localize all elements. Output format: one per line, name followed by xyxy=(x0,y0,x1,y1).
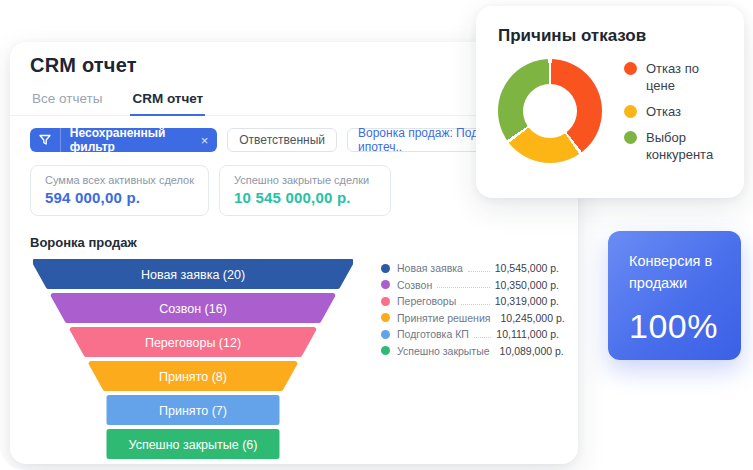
stat-closed-deals-sum: Успешно закрытые сделки 10 545 000,00 р. xyxy=(219,165,391,216)
refusal-donut-area: Отказ по цене Отказ Выбор конкурента xyxy=(498,59,722,163)
legend-label: Принятие решения xyxy=(397,312,490,324)
legend-dot xyxy=(381,264,390,273)
legend-label: Отказ по цене xyxy=(646,60,722,94)
filter-chip-unsaved[interactable]: Несохраненный фильтр × xyxy=(30,128,217,152)
legend-leader xyxy=(468,271,490,272)
legend-label: Успешно закрытые xyxy=(397,345,490,357)
funnel-stage-label: Успешно закрытые (6) xyxy=(129,438,258,452)
tab-crm-report[interactable]: CRM отчет xyxy=(130,85,205,116)
legend-value: 10,245,000 р. xyxy=(500,312,564,324)
refusal-reasons-card: Причины отказов Отказ по цене Отказ Выбо… xyxy=(476,6,744,198)
funnel-legend: Новая заявка 10,545,000 р. Созвон 10,350… xyxy=(381,260,559,459)
legend-label: Новая заявка xyxy=(397,262,463,274)
legend-dot xyxy=(624,62,637,75)
legend-dot xyxy=(381,297,390,306)
funnel-section-title: Воронка продаж xyxy=(30,235,558,250)
legend-label: Отказ xyxy=(646,103,681,120)
donut-legend-item: Выбор конкурента xyxy=(624,129,722,163)
filter-chip-label: Несохраненный фильтр xyxy=(61,126,199,154)
legend-label: Переговоры xyxy=(397,295,456,307)
donut-legend: Отказ по цене Отказ Выбор конкурента xyxy=(624,60,722,163)
legend-value: 10,089,000 р. xyxy=(500,345,564,357)
filter-funnel-icon xyxy=(30,128,60,152)
funnel-legend-item: Новая заявка 10,545,000 р. xyxy=(381,260,559,277)
legend-value: 10,111,000 р. xyxy=(496,328,559,340)
legend-value: 10,350,000 р. xyxy=(495,279,559,291)
stat-label: Успешно закрытые сделки xyxy=(234,174,376,186)
refusal-donut-chart[interactable] xyxy=(498,59,602,163)
stat-active-deals-sum: Сумма всех активных сделок 594 000,00 р. xyxy=(30,165,209,216)
funnel-stage-label: Переговоры (12) xyxy=(145,336,241,350)
legend-leader xyxy=(461,304,490,305)
stat-label: Сумма всех активных сделок xyxy=(45,174,194,186)
conversion-value: 100% xyxy=(629,307,720,346)
funnel-stage-label: Принято (8) xyxy=(159,370,227,384)
legend-leader xyxy=(474,337,491,338)
legend-dot xyxy=(381,346,390,355)
funnel-stage-label: Новая заявка (20) xyxy=(141,268,245,282)
stat-value: 594 000,00 р. xyxy=(45,189,194,206)
funnel-stage-label: Созвон (16) xyxy=(159,302,227,316)
funnel-legend-item: Успешно закрытые 10,089,000 р. xyxy=(381,343,559,360)
conversion-title: Конверсия в продажи xyxy=(629,250,720,294)
crm-dashboard: CRM отчет Все отчеты CRM отчет Несохране… xyxy=(0,0,753,470)
legend-value: 10,319,000 р. xyxy=(495,295,559,307)
legend-dot xyxy=(381,330,390,339)
funnel-stage-label: Принято (7) xyxy=(159,404,227,418)
legend-label: Выбор конкурента xyxy=(646,129,722,163)
funnel-legend-item: Созвон 10,350,000 р. xyxy=(381,277,559,294)
filter-chip-label: Ответственный xyxy=(239,133,325,147)
donut-legend-item: Отказ xyxy=(624,103,722,120)
funnel-legend-item: Переговоры 10,319,000 р. xyxy=(381,293,559,310)
funnel-legend-item: Подготовка КП 10,111,000 р. xyxy=(381,326,559,343)
legend-value: 10,545,000 р. xyxy=(495,262,559,274)
funnel-legend-item: Принятие решения 10,245,000 р. xyxy=(381,310,559,327)
legend-label: Подготовка КП xyxy=(397,328,469,340)
legend-dot xyxy=(381,280,390,289)
legend-dot xyxy=(381,313,390,322)
conversion-card: Конверсия в продажи 100% xyxy=(608,231,741,360)
remove-filter-icon[interactable]: × xyxy=(199,133,218,148)
stat-value: 10 545 000,00 р. xyxy=(234,189,376,206)
legend-label: Созвон xyxy=(397,279,432,291)
donut-legend-item: Отказ по цене xyxy=(624,60,722,94)
legend-dot xyxy=(624,131,637,144)
sales-funnel-chart: Новая заявка (20) Созвон (16) Переговоры… xyxy=(33,259,353,459)
filter-chip-responsible[interactable]: Ответственный xyxy=(227,128,337,152)
refusal-reasons-title: Причины отказов xyxy=(498,26,722,46)
legend-leader xyxy=(437,287,490,288)
sales-funnel-area: Новая заявка (20) Созвон (16) Переговоры… xyxy=(30,259,558,459)
tab-all-reports[interactable]: Все отчеты xyxy=(30,85,104,115)
legend-dot xyxy=(624,105,637,118)
